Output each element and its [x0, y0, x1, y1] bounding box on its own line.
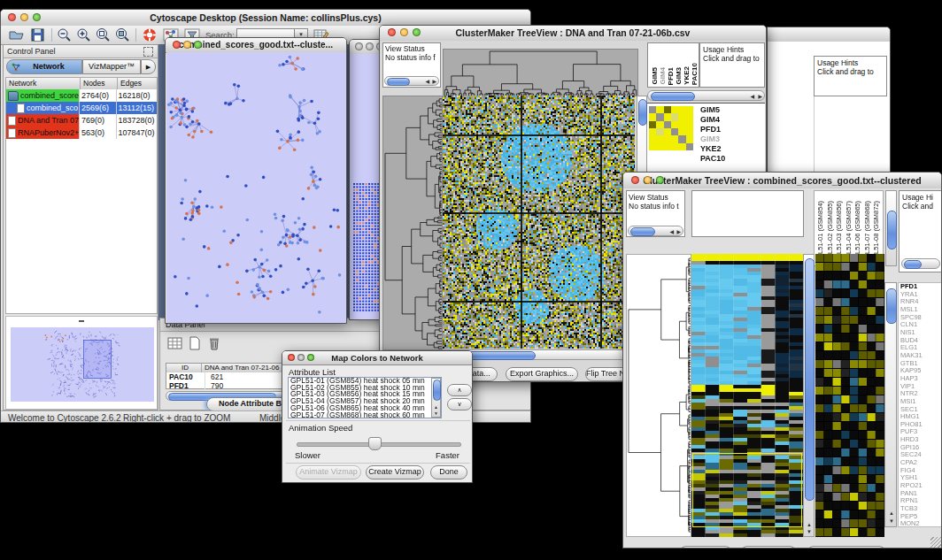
- network-list-row[interactable]: DNA and Tran 07769(0)183728(0): [6, 114, 157, 127]
- scroll-thumb[interactable]: [651, 92, 695, 101]
- close-button[interactable]: [355, 42, 363, 50]
- attribute-list-item[interactable]: GPL51-07 (GSM868) heat shock 60 min: [289, 412, 430, 418]
- matrix-cell[interactable]: [649, 121, 656, 128]
- open-session-icon[interactable]: [8, 27, 26, 42]
- matrix-cell[interactable]: [686, 143, 693, 150]
- matrix-cell[interactable]: [656, 113, 663, 120]
- gene-dendrogram[interactable]: [382, 96, 443, 350]
- zoom-hscrollbar[interactable]: ◀ ▶: [647, 90, 765, 101]
- network-view-titlebar[interactable]: combined_scores_good.txt--cluste...: [166, 38, 346, 53]
- minimize-button[interactable]: [644, 176, 652, 184]
- tab-overflow-button[interactable]: ▶: [141, 59, 156, 74]
- column-dendrogram[interactable]: [443, 49, 638, 96]
- scroll-thumb[interactable]: [638, 99, 647, 126]
- matrix-cell[interactable]: [649, 143, 656, 150]
- col-header-network[interactable]: Network: [6, 78, 81, 89]
- scroll-thumb[interactable]: [387, 78, 410, 86]
- usage-hscrollbar[interactable]: [901, 258, 940, 269]
- network-overview-canvas[interactable]: [11, 327, 154, 402]
- zoom-window-button[interactable]: [194, 41, 202, 49]
- matrix-cell[interactable]: [664, 106, 671, 113]
- zoom-vscrollbar[interactable]: ▲ ▼: [884, 282, 897, 527]
- network-list-row[interactable]: combined_scores_2764(0)16218(0): [6, 89, 157, 102]
- zoom-window-button[interactable]: [413, 28, 421, 36]
- minimize-button[interactable]: [400, 28, 408, 36]
- attribute-list-item[interactable]: GPL51-02 (GSM855) heat shock 10 min: [289, 385, 430, 392]
- float-panel-icon[interactable]: [143, 47, 153, 57]
- scroll-right-icon[interactable]: ▶: [758, 94, 762, 99]
- attribute-list-item[interactable]: GPL51-01 (GSM854) heat shock 05 min: [289, 378, 430, 385]
- scroll-thumb[interactable]: [886, 288, 897, 324]
- move-down-button[interactable]: ∨: [447, 398, 472, 410]
- matrix-cell[interactable]: [664, 135, 671, 142]
- network-list-row[interactable]: RNAPuberNov2+563(0)107847(0): [6, 127, 157, 139]
- network-list-row[interactable]: combined_sco2569(6)13112(15): [6, 102, 157, 114]
- zoom-in-icon[interactable]: [75, 27, 93, 42]
- matrix-cell[interactable]: [686, 135, 693, 142]
- attribute-list-item[interactable]: GPL51-04 (GSM857) heat shock 20 min: [289, 398, 430, 405]
- labels-vscrollbar[interactable]: [885, 190, 897, 266]
- matrix-cell[interactable]: [656, 106, 663, 113]
- zoom-fit-icon[interactable]: [95, 27, 112, 42]
- settings-button[interactable]: Settings...: [679, 546, 732, 548]
- save-data-button[interactable]: Save Data...: [740, 546, 797, 548]
- panel-resize-handle[interactable]: [79, 320, 84, 322]
- zoom-heatmap[interactable]: [815, 254, 884, 537]
- zoom-window-button[interactable]: [33, 13, 41, 21]
- zoom-selected-icon[interactable]: [114, 27, 132, 42]
- treeview1-titlebar[interactable]: ClusterMaker TreeView : DNA and Tran 07-…: [380, 26, 766, 42]
- scroll-left-icon[interactable]: ◀: [750, 94, 754, 99]
- matrix-cell[interactable]: [678, 128, 685, 135]
- zoom-out-icon[interactable]: [56, 27, 73, 42]
- matrix-cell[interactable]: [671, 143, 678, 150]
- save-session-icon[interactable]: [29, 27, 47, 42]
- move-up-button[interactable]: ∧: [447, 384, 472, 396]
- close-button[interactable]: [8, 13, 16, 21]
- scroll-up-icon[interactable]: ▲: [889, 510, 894, 516]
- matrix-cell[interactable]: [686, 113, 693, 120]
- new-attribute-icon[interactable]: [187, 336, 203, 350]
- col-header-nodes[interactable]: Nodes: [81, 78, 118, 89]
- attribute-list-item[interactable]: GPL51-06 (GSM865) heat shock 40 min: [289, 405, 430, 412]
- matrix-cell[interactable]: [656, 121, 663, 128]
- minimize-button[interactable]: [366, 42, 374, 50]
- scroll-thumb[interactable]: [904, 260, 922, 269]
- matrix-cell[interactable]: [686, 106, 693, 113]
- resize-grip[interactable]: [930, 537, 941, 548]
- matrix-cell[interactable]: [671, 128, 678, 135]
- scroll-up-icon[interactable]: ▲: [434, 404, 438, 410]
- matrix-cell[interactable]: [671, 106, 678, 113]
- delete-attribute-icon[interactable]: [206, 336, 222, 350]
- close-button[interactable]: [173, 41, 181, 49]
- minimize-button[interactable]: [20, 13, 28, 21]
- matrix-cell[interactable]: [686, 128, 693, 135]
- attribute-list-item[interactable]: GPL51-03 (GSM856) heat shock 15 min: [289, 391, 430, 398]
- matrix-cell[interactable]: [671, 121, 678, 128]
- treeview2-titlebar[interactable]: ClusterMaker TreeView : combined_scores_…: [623, 173, 941, 189]
- zoom-window-button[interactable]: [307, 354, 314, 361]
- column-dendrogram-panel[interactable]: [691, 190, 804, 237]
- scroll-thumb[interactable]: [630, 227, 655, 236]
- scroll-thumb[interactable]: [887, 211, 897, 249]
- id-column-header[interactable]: ID: [166, 364, 202, 372]
- matrix-cell[interactable]: [678, 121, 685, 128]
- matrix-cell[interactable]: [649, 128, 656, 135]
- export-graphics-button[interactable]: Export Graphics...: [506, 367, 578, 381]
- network-view-canvas[interactable]: [166, 52, 347, 324]
- matrix-cell[interactable]: [664, 143, 671, 150]
- matrix-cell[interactable]: [678, 113, 685, 120]
- matrix-cell[interactable]: [678, 143, 685, 150]
- zoom-window-button[interactable]: [656, 176, 664, 184]
- select-attributes-icon[interactable]: [167, 336, 183, 350]
- scroll-right-icon[interactable]: ▶: [676, 229, 681, 234]
- tab-network[interactable]: Network: [6, 59, 82, 74]
- list-vscrollbar[interactable]: ▲ ▼: [431, 378, 441, 418]
- zoom-heatmap-matrix[interactable]: [649, 106, 693, 150]
- dialog-titlebar[interactable]: Map Colors to Network: [282, 351, 472, 365]
- animate-vizmap-button[interactable]: Animate Vizmap: [296, 465, 361, 479]
- background-treeview-titlebar[interactable]: [768, 27, 890, 42]
- scroll-up-icon[interactable]: ▲: [807, 522, 812, 527]
- scroll-down-icon[interactable]: ▼: [889, 518, 894, 524]
- matrix-cell[interactable]: [656, 135, 663, 142]
- minimize-button[interactable]: [297, 354, 305, 361]
